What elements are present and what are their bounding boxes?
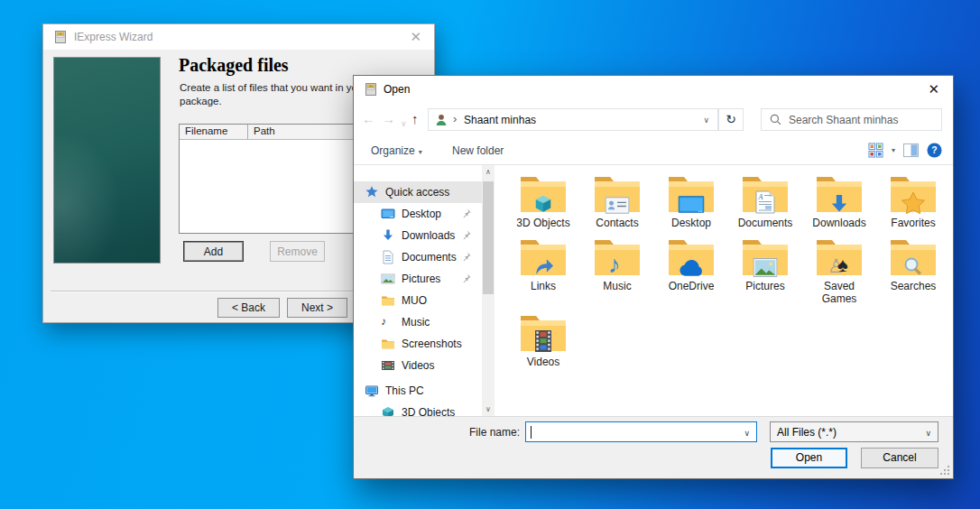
close-icon[interactable]: ✕ bbox=[410, 29, 421, 45]
sidebar-item-desktop[interactable]: Desktop bbox=[354, 203, 482, 225]
file-item-pictures[interactable]: Pictures bbox=[728, 236, 802, 305]
scrollbar-thumb[interactable] bbox=[483, 181, 494, 294]
file-item-searches[interactable]: Searches bbox=[876, 236, 950, 305]
change-view-icon[interactable] bbox=[868, 143, 883, 158]
sidebar-item-muo[interactable]: MUO bbox=[354, 290, 482, 311]
chevron-down-icon: ▾ bbox=[419, 148, 422, 156]
picture-icon bbox=[753, 258, 778, 277]
file-type-select[interactable]: All Files (*.*) ∨ bbox=[770, 421, 938, 442]
folder-icon bbox=[889, 173, 938, 215]
chess-icon: ♙♠ bbox=[827, 255, 851, 277]
file-item-documents[interactable]: ADocuments bbox=[728, 173, 802, 229]
help-icon[interactable]: ? bbox=[927, 143, 942, 158]
folder-icon bbox=[815, 173, 864, 215]
sidebar-item-label: 3D Objects bbox=[402, 406, 455, 416]
sidebar-item-label: Desktop bbox=[402, 208, 441, 220]
file-item-label: Searches bbox=[891, 280, 937, 292]
magnifier-icon bbox=[902, 255, 924, 277]
new-folder-button[interactable]: New folder bbox=[452, 144, 504, 157]
sidebar-scrollbar[interactable]: ∧ ∨ bbox=[482, 165, 495, 416]
nav-back-icon[interactable]: ← bbox=[362, 111, 375, 127]
pin-icon bbox=[460, 229, 472, 241]
sidebar-item-this-pc[interactable]: This PC bbox=[354, 380, 482, 402]
open-dialog-titlebar: Open ✕ bbox=[354, 76, 953, 103]
next-button[interactable]: Next > bbox=[287, 298, 347, 318]
sidebar-item-screenshots[interactable]: Screenshots bbox=[354, 333, 482, 355]
wizard-artwork bbox=[53, 57, 161, 264]
file-item-label: Links bbox=[531, 280, 556, 292]
refresh-icon: ↻ bbox=[726, 112, 736, 126]
file-item-favorites[interactable]: Favorites bbox=[876, 173, 950, 229]
sidebar-item-pictures[interactable]: Pictures bbox=[354, 268, 482, 290]
close-icon[interactable]: ✕ bbox=[928, 81, 939, 97]
sidebar-item-videos[interactable]: Videos bbox=[354, 355, 482, 376]
pin-icon bbox=[460, 251, 472, 263]
breadcrumb-location[interactable]: Shaant minhas bbox=[464, 114, 536, 126]
pin-icon bbox=[460, 273, 472, 284]
folder-icon bbox=[667, 173, 716, 215]
screenshots-icon bbox=[381, 337, 395, 351]
page-title: Packaged files bbox=[179, 55, 289, 76]
muo-icon bbox=[381, 293, 395, 308]
column-filename[interactable]: Filename bbox=[180, 125, 248, 139]
refresh-button[interactable]: ↻ bbox=[718, 108, 744, 131]
scroll-down-icon[interactable]: ∨ bbox=[482, 403, 495, 416]
sidebar: Quick accessDesktopDownloadsDocumentsPic… bbox=[354, 165, 482, 416]
address-dropdown-icon[interactable]: ∨ bbox=[703, 116, 709, 125]
sidebar-item-label: Music bbox=[402, 316, 430, 329]
sidebar-item-label: Downloads bbox=[402, 229, 455, 242]
file-item-onedrive[interactable]: OneDrive bbox=[654, 236, 728, 305]
file-item-links[interactable]: Links bbox=[506, 236, 580, 305]
sidebar-item-quick-access[interactable]: Quick access bbox=[354, 181, 482, 203]
search-input[interactable] bbox=[789, 111, 938, 128]
sidebar-item-label: Videos bbox=[402, 359, 434, 372]
file-item-label: Videos bbox=[527, 356, 559, 368]
file-item-contacts[interactable]: Contacts bbox=[580, 173, 654, 229]
file-item-label: Contacts bbox=[596, 217, 638, 229]
add-button[interactable]: Add bbox=[183, 241, 244, 262]
user-avatar-icon bbox=[434, 113, 448, 127]
sidebar-item-3d-objects[interactable]: 3D Objects bbox=[354, 402, 482, 416]
file-item-downloads[interactable]: Downloads bbox=[802, 173, 876, 229]
file-item-label: Pictures bbox=[745, 280, 784, 292]
file-item-music[interactable]: ♪Music bbox=[580, 236, 654, 305]
open-button[interactable]: Open bbox=[771, 448, 847, 468]
scroll-up-icon[interactable]: ∧ bbox=[482, 165, 495, 179]
sidebar-item-music[interactable]: ♪Music bbox=[354, 311, 482, 333]
search-box[interactable] bbox=[761, 108, 942, 131]
file-name-input[interactable]: ∨ bbox=[525, 421, 757, 442]
nav-forward-icon[interactable]: → bbox=[382, 111, 395, 127]
folder-icon: A bbox=[741, 173, 790, 215]
breadcrumb-chevron-icon[interactable]: › bbox=[453, 112, 457, 125]
nav-history-dropdown-icon[interactable]: ∨ bbox=[401, 116, 407, 132]
file-item-label: Saved Games bbox=[810, 280, 868, 305]
3d-objects-icon bbox=[381, 405, 395, 416]
pin-icon bbox=[460, 208, 472, 219]
file-item-label: Desktop bbox=[671, 217, 711, 229]
folder-icon bbox=[519, 173, 568, 215]
preview-pane-icon[interactable] bbox=[903, 143, 919, 158]
open-dialog-app-icon bbox=[364, 82, 378, 97]
cancel-button[interactable]: Cancel bbox=[861, 448, 938, 468]
file-item-saved-games[interactable]: ♙♠Saved Games bbox=[802, 236, 876, 305]
desktop-background: IExpress Wizard ✕ Packaged files Create … bbox=[0, 0, 980, 509]
star-icon bbox=[901, 191, 926, 214]
file-name-dropdown-icon[interactable]: ∨ bbox=[744, 429, 750, 438]
sidebar-item-documents[interactable]: Documents bbox=[354, 246, 482, 268]
downloads-icon bbox=[381, 228, 395, 243]
contact-icon bbox=[606, 197, 630, 214]
sidebar-item-downloads[interactable]: Downloads bbox=[354, 225, 482, 246]
monitor-icon bbox=[679, 196, 705, 214]
dialog-footer: File name: ∨ All Files (*.*) ∨ Open Canc… bbox=[354, 416, 953, 478]
folder-icon: ♪ bbox=[593, 236, 642, 278]
resize-grip-icon[interactable] bbox=[939, 465, 951, 477]
address-bar[interactable]: › Shaant minhas ∨ bbox=[428, 108, 718, 131]
organize-button[interactable]: Organize▾ bbox=[371, 144, 422, 157]
nav-up-icon[interactable]: ↑ bbox=[411, 111, 419, 127]
folder-icon: ♙♠ bbox=[815, 236, 864, 278]
view-dropdown-icon[interactable]: ▾ bbox=[892, 146, 895, 154]
file-item-desktop[interactable]: Desktop bbox=[654, 173, 728, 229]
back-button[interactable]: < Back bbox=[217, 298, 280, 318]
file-item-videos[interactable]: Videos bbox=[506, 312, 580, 368]
file-item-3d-objects[interactable]: 3D Objects bbox=[506, 173, 580, 229]
